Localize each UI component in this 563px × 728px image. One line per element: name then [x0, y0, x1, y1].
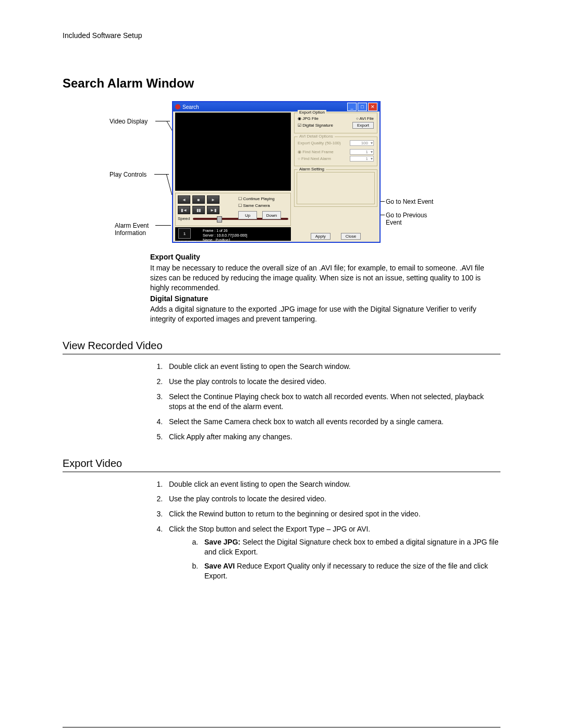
- list-item: Use the play controls to locate the desi…: [165, 494, 500, 504]
- step-back-button[interactable]: ▮◄: [178, 206, 190, 214]
- close-panel-button[interactable]: Close: [341, 233, 361, 240]
- export-quality-heading: Export Quality: [150, 252, 500, 262]
- clock: 15:54:21: [178, 240, 197, 243]
- export-quality-label: Export Quality (50-100): [298, 141, 341, 145]
- export-option-group: Export Option JPG File AVI File Digital …: [294, 113, 377, 133]
- export-video-heading: Export Video: [63, 458, 500, 470]
- alarm-setting-box[interactable]: [297, 172, 375, 204]
- play-controls-panel: ◄ ■ ► ▮◄ ▮▮ ►▮ Speed Continue Playing: [175, 193, 291, 226]
- window-title: Search: [182, 104, 199, 110]
- alarm-event-info: 1 15:54:21 Frame : 1 of 26 Server : 10.8…: [175, 227, 291, 241]
- up-button[interactable]: Up: [238, 211, 257, 219]
- leader-line: [166, 174, 173, 195]
- down-button[interactable]: Down: [262, 211, 281, 219]
- export-quality-body: It may be necessary to reduce the overal…: [150, 263, 500, 293]
- list-item: Double click an event listing to open th…: [165, 479, 500, 489]
- video-display[interactable]: [175, 113, 291, 191]
- export-button[interactable]: Export: [352, 122, 374, 129]
- leader-line: [155, 121, 170, 121]
- view-recorded-heading: View Recorded Video: [63, 340, 500, 352]
- list-item: Click the Stop button and select the Exp…: [165, 524, 500, 581]
- export-quality-select[interactable]: 100: [350, 140, 374, 146]
- list-item: Select the Continue Playing check box to…: [165, 392, 500, 412]
- group-legend: Alarm Setting: [298, 167, 326, 171]
- digital-signature-checkbox[interactable]: Digital Signature: [298, 123, 333, 128]
- window-titlebar[interactable]: Search _ □ ✕: [173, 102, 380, 112]
- list-item: Select the Same Camera check box to watc…: [165, 417, 500, 427]
- digital-signature-heading: Digital Signature: [150, 294, 500, 304]
- rewind-button[interactable]: ◄: [178, 195, 190, 204]
- list-item: Double click an event listing to open th…: [165, 362, 500, 372]
- export-video-steps: Double click an event listing to open th…: [150, 479, 500, 581]
- figure: Video Display Play Controls Alarm Event …: [63, 101, 500, 247]
- step-fwd-button[interactable]: ►▮: [207, 206, 219, 214]
- callout-alarm-event-1: Alarm Event: [115, 222, 149, 229]
- page-title: Search Alarm Window: [63, 76, 500, 91]
- section-rule: [63, 472, 500, 472]
- app-icon: [175, 104, 180, 109]
- close-button[interactable]: ✕: [368, 103, 377, 111]
- continue-playing-checkbox[interactable]: Continue Playing: [238, 195, 275, 202]
- alarm-setting-group: Alarm Setting: [294, 169, 377, 207]
- jpg-file-radio[interactable]: JPG File: [298, 116, 319, 121]
- minimize-button[interactable]: _: [347, 103, 357, 111]
- list-item: Save AVI Reduce Export Quality only if n…: [200, 561, 500, 581]
- group-legend: AVI Detail Options: [298, 134, 335, 139]
- stop-button[interactable]: ■: [192, 195, 205, 204]
- group-legend: Export Option: [298, 110, 326, 115]
- callout-play-controls: Play Controls: [109, 171, 146, 178]
- speed-label: Speed: [178, 216, 190, 221]
- digital-signature-body: Adds a digital signature to the exported…: [150, 304, 500, 324]
- export-sublist: Save JPG: Select the Digital Signature c…: [190, 537, 500, 581]
- play-button[interactable]: ►: [207, 195, 219, 204]
- leader-line: [155, 225, 171, 226]
- find-next-frame-radio[interactable]: Find Next Frame: [298, 150, 334, 154]
- list-item: Use the play controls to locate the desi…: [165, 377, 500, 387]
- find-next-alarm-radio[interactable]: Find Next Alarm: [298, 156, 331, 161]
- thumb-number: 1: [178, 228, 191, 239]
- avi-detail-group: AVI Detail Options Export Quality (50-10…: [294, 137, 377, 166]
- page: Included Software Setup Search Alarm Win…: [0, 0, 563, 728]
- list-item: Save JPG: Select the Digital Signature c…: [200, 537, 500, 557]
- search-window[interactable]: Search _ □ ✕ ◄ ■ ► ▮◄: [172, 101, 381, 243]
- view-recorded-steps: Double click an event listing to open th…: [150, 362, 500, 441]
- callout-video-display: Video Display: [109, 118, 148, 125]
- avi-file-radio[interactable]: AVI File: [356, 116, 374, 121]
- find-next-alarm-select[interactable]: 1: [350, 156, 374, 162]
- list-item: Click the Rewind button to return to the…: [165, 509, 500, 519]
- callout-alarm-event-2: Information: [115, 229, 146, 237]
- same-camera-checkbox[interactable]: Same Camera: [238, 202, 275, 209]
- callout-go-prev-1: Go to Previous: [386, 212, 427, 219]
- apply-button[interactable]: Apply: [311, 233, 331, 240]
- footer-rule: [63, 727, 500, 727]
- running-header: Included Software Setup: [63, 31, 500, 40]
- export-quality-section: Export Quality It may be necessary to re…: [150, 252, 500, 324]
- list-item: Click Apply after making any changes.: [165, 432, 500, 442]
- section-rule: [63, 354, 500, 354]
- callout-go-next: Go to Next Event: [386, 198, 433, 205]
- find-next-frame-select[interactable]: 1: [350, 149, 374, 155]
- callout-go-prev-2: Event: [386, 219, 402, 226]
- maximize-button[interactable]: □: [358, 103, 367, 111]
- pause-button[interactable]: ▮▮: [192, 206, 205, 214]
